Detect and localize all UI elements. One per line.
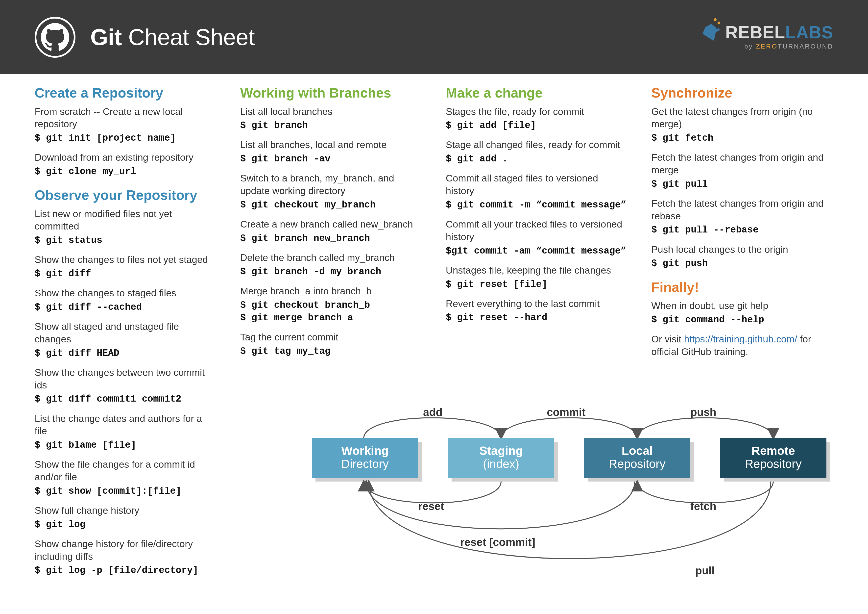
item: Fetch the latest changes from origin and… — [651, 151, 833, 190]
label-pull: pull — [695, 564, 715, 577]
rebellabs-icon — [698, 17, 722, 41]
item: Stage all changed files, ready for commi… — [446, 138, 628, 165]
label-commit: commit — [547, 406, 586, 418]
item: From scratch -- Create a new local repos… — [35, 106, 217, 145]
item: Switch to a branch, my_branch, and updat… — [240, 172, 422, 211]
item: Create a new branch called new_branch$ g… — [240, 218, 422, 245]
diagram-box-staging: Staging (index) — [448, 438, 554, 478]
item: Show the changes between two commit ids$… — [35, 367, 217, 406]
item: Merge branch_a into branch_b$ git checko… — [240, 285, 422, 324]
item: List the change dates and authors for a … — [35, 412, 217, 452]
item: Fetch the latest changes from origin and… — [651, 197, 833, 236]
item: Or visit https://training.github.com/ fo… — [651, 333, 833, 358]
heading-sync: Synchronize — [651, 85, 833, 101]
item: Show the file changes for a commit id an… — [35, 458, 217, 497]
brand-logo: REBELLABS by ZEROTURNAROUND — [698, 17, 833, 50]
item: Show all staged and unstaged file change… — [35, 320, 217, 359]
label-add: add — [423, 406, 442, 418]
heading-create: Create a Repository — [35, 85, 217, 101]
brand-word-2: LABS — [785, 23, 833, 42]
heading-finally: Finally! — [651, 280, 833, 295]
item: Push local changes to the origin$ git pu… — [651, 243, 833, 270]
heading-branches: Working with Branches — [240, 85, 422, 101]
label-reset: reset — [418, 500, 444, 513]
item: Stages the file, ready for commit$ git a… — [446, 106, 628, 132]
heading-change: Make a change — [446, 85, 628, 101]
item: Unstages file, keeping the file changes$… — [446, 264, 628, 291]
git-flow-diagram: Working Directory Staging (index) Local … — [250, 396, 829, 606]
label-fetch: fetch — [690, 500, 716, 513]
item: Get the latest changes from origin (no m… — [651, 106, 833, 145]
item: Tag the current commit$ git tag my_tag — [240, 331, 422, 358]
item: List new or modified files not yet commi… — [35, 208, 217, 247]
item: List all local branches$ git branch — [240, 106, 422, 132]
heading-observe: Observe your Repository — [35, 188, 217, 203]
item: Revert everything to the last commit$ gi… — [446, 298, 628, 324]
training-link[interactable]: https://training.github.com/ — [684, 334, 797, 344]
item: Show full change history$ git log — [35, 504, 217, 531]
item: Commit all your tracked files to version… — [446, 218, 628, 257]
item: Show the changes to files not yet staged… — [35, 253, 217, 280]
svg-point-1 — [718, 22, 720, 24]
github-logo-circle — [35, 17, 76, 58]
brand-word-1: REBEL — [725, 23, 785, 42]
item: List all branches, local and remote$ git… — [240, 138, 422, 165]
item: Show the changes to staged files$ git di… — [35, 287, 217, 314]
github-icon — [41, 23, 69, 51]
diagram-box-local: Local Repository — [584, 438, 690, 478]
header: Git Cheat Sheet REBELLABS by ZEROTURNARO… — [0, 0, 868, 74]
diagram-arrows — [250, 396, 829, 606]
label-push: push — [690, 406, 716, 418]
page-title: Git Cheat Sheet — [90, 24, 255, 50]
label-reset-commit: reset [commit] — [460, 536, 535, 549]
svg-point-0 — [714, 18, 716, 21]
item: Download from an existing repository $ g… — [35, 151, 217, 178]
item: Show change history for file/directory i… — [35, 538, 217, 577]
item: Delete the branch called my_branch$ git … — [240, 252, 422, 278]
diagram-box-remote: Remote Repository — [720, 438, 826, 478]
column-1: Create a Repository From scratch -- Crea… — [35, 85, 217, 584]
item: Commit all staged files to versioned his… — [446, 172, 628, 211]
brand-subtitle: by ZEROTURNAROUND — [698, 43, 833, 50]
diagram-box-working: Working Directory — [312, 438, 418, 478]
item: When in doubt, use git help$ git command… — [651, 300, 833, 326]
